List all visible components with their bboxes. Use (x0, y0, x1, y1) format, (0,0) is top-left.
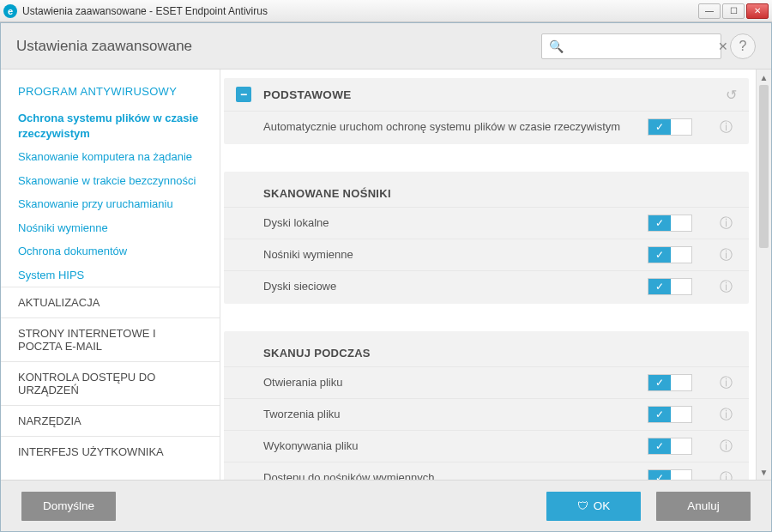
sidebar-item-documents[interactable]: Ochrona dokumentów (1, 239, 220, 263)
toggle-file-open[interactable]: ✓ (648, 374, 692, 391)
info-icon[interactable]: ⓘ (715, 470, 737, 481)
clear-search-icon[interactable]: ✕ (718, 39, 728, 53)
ok-label: OK (594, 499, 611, 512)
sidebar-cat-web-email[interactable]: STRONY INTERNETOWE I POCZTA E-MAIL (1, 317, 220, 361)
sidebar-item-startup[interactable]: Skanowanie przy uruchamianiu (1, 192, 220, 216)
check-icon: ✓ (648, 119, 671, 135)
sidebar-cat-update[interactable]: AKTUALIZACJA (1, 287, 220, 317)
info-icon[interactable]: ⓘ (715, 119, 737, 136)
section-title-media: SKANOWANE NOŚNIKI (224, 172, 749, 207)
minimize-button[interactable]: — (698, 3, 721, 19)
sidebar-cat-tools[interactable]: NARZĘDZIA (1, 405, 220, 436)
main-panel: − PODSTAWOWE ↺ Automatycznie uruchom och… (220, 70, 771, 480)
search-box[interactable]: 🔍 ✕ (541, 33, 721, 59)
section-scanon: SKANUJ PODCZAS Otwierania pliku ✓ ⓘ Twor… (224, 331, 749, 480)
sidebar-item-ondemand[interactable]: Skanowanie komputera na żądanie (1, 145, 220, 169)
row-label: Automatycznie uruchom ochronę systemu pl… (263, 119, 648, 135)
row-label: Wykonywania pliku (263, 438, 648, 454)
window-title: Ustawienia zaawansowane - ESET Endpoint … (22, 5, 697, 17)
toggle-file-execute[interactable]: ✓ (648, 438, 692, 455)
page-title: Ustawienia zaawansowane (16, 38, 541, 55)
row-label: Tworzenia pliku (263, 407, 648, 422)
row-removable-media: Nośniki wymienne ✓ ⓘ (224, 239, 749, 270)
scroll-thumb[interactable] (759, 85, 769, 248)
info-icon[interactable]: ⓘ (715, 279, 737, 295)
check-icon: ✓ (648, 375, 671, 390)
check-icon: ✓ (648, 470, 671, 480)
default-button[interactable]: Domyślne (21, 492, 116, 521)
row-label: Dyski sieciowe (263, 279, 648, 294)
info-icon[interactable]: ⓘ (715, 407, 737, 423)
scrollbar[interactable]: ▲ ▼ (756, 70, 771, 480)
info-icon[interactable]: ⓘ (715, 438, 737, 455)
shield-icon: 🛡 (577, 499, 588, 512)
row-auto-start: Automatycznie uruchom ochronę systemu pl… (224, 111, 749, 142)
toggle-network-drives[interactable]: ✓ (648, 278, 692, 295)
footer: Domyślne 🛡OK Anuluj (1, 480, 771, 531)
row-label: Nośniki wymienne (263, 247, 648, 263)
search-input[interactable] (569, 39, 713, 52)
row-file-execute: Wykonywania pliku ✓ ⓘ (224, 430, 749, 462)
sidebar-item-realtime[interactable]: Ochrona systemu plików w czasie rzeczywi… (1, 106, 220, 145)
sidebar-item-removable[interactable]: Nośniki wymienne (1, 216, 220, 240)
check-icon: ✓ (648, 279, 671, 294)
check-icon: ✓ (648, 407, 671, 422)
sidebar-cat-ui[interactable]: INTERFEJS UŻYTKOWNIKA (1, 436, 220, 467)
app-icon: e (3, 4, 17, 18)
check-icon: ✓ (648, 247, 671, 263)
header: Ustawienia zaawansowane 🔍 ✕ ? (1, 23, 771, 70)
row-file-create: Tworzenia pliku ✓ ⓘ (224, 398, 749, 430)
toggle-removable-access[interactable]: ✓ (648, 469, 692, 480)
section-title-basic: PODSTAWOWE (263, 88, 726, 101)
maximize-button[interactable]: ☐ (722, 3, 745, 19)
row-label: Otwierania pliku (263, 375, 648, 390)
close-button[interactable]: ✕ (746, 3, 769, 19)
info-icon[interactable]: ⓘ (715, 375, 737, 391)
info-icon[interactable]: ⓘ (715, 247, 737, 263)
toggle-removable-media[interactable]: ✓ (648, 246, 692, 263)
info-icon[interactable]: ⓘ (715, 215, 737, 232)
titlebar: e Ustawienia zaawansowane - ESET Endpoin… (0, 0, 772, 22)
sidebar-cat-device-control[interactable]: KONTROLA DOSTĘPU DO URZĄDZEŃ (1, 361, 220, 405)
section-media: SKANOWANE NOŚNIKI Dyski lokalne ✓ ⓘ Nośn… (224, 172, 749, 304)
toggle-file-create[interactable]: ✓ (648, 406, 692, 423)
reset-icon[interactable]: ↺ (726, 87, 737, 103)
sidebar-item-idle[interactable]: Skanowanie w trakcie bezczynności (1, 169, 220, 193)
scroll-up-icon[interactable]: ▲ (757, 70, 771, 85)
scroll-down-icon[interactable]: ▼ (757, 464, 771, 480)
section-basic: − PODSTAWOWE ↺ Automatycznie uruchom och… (224, 78, 749, 144)
sidebar-group-antivirus[interactable]: PROGRAM ANTYWIRUSOWY (1, 82, 220, 106)
row-network-drives: Dyski sieciowe ✓ ⓘ (224, 270, 749, 302)
row-removable-access: Dostępu do nośników wymiennych ✓ ⓘ (224, 462, 749, 480)
section-title-scanon: SKANUJ PODCZAS (224, 331, 749, 366)
toggle-auto-start[interactable]: ✓ (648, 118, 692, 136)
sidebar: PROGRAM ANTYWIRUSOWY Ochrona systemu pli… (1, 70, 220, 480)
collapse-toggle[interactable]: − (236, 87, 251, 102)
sidebar-item-hips[interactable]: System HIPS (1, 263, 220, 287)
row-label: Dyski lokalne (263, 215, 648, 231)
ok-button[interactable]: 🛡OK (546, 492, 641, 521)
cancel-button[interactable]: Anuluj (656, 492, 751, 521)
row-label: Dostępu do nośników wymiennych (263, 470, 648, 480)
check-icon: ✓ (648, 438, 671, 454)
toggle-local-drives[interactable]: ✓ (648, 215, 692, 232)
check-icon: ✓ (648, 215, 671, 231)
help-button[interactable]: ? (730, 33, 756, 59)
row-local-drives: Dyski lokalne ✓ ⓘ (224, 207, 749, 239)
row-file-open: Otwierania pliku ✓ ⓘ (224, 366, 749, 398)
search-icon: 🔍 (549, 39, 564, 53)
